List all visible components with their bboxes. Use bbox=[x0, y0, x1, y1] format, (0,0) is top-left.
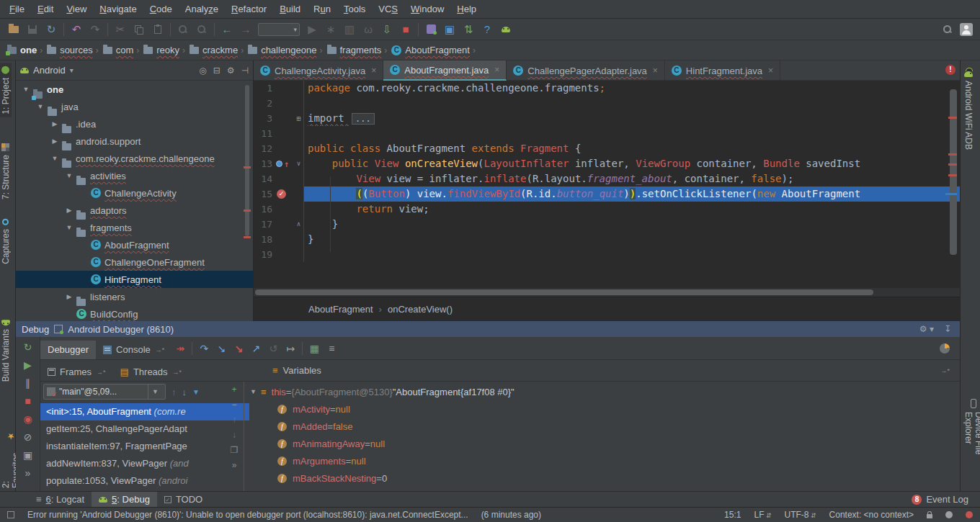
view-breakpoints-icon[interactable]: ◉ bbox=[23, 413, 32, 425]
vertical-scrollbar[interactable] bbox=[950, 89, 957, 255]
sync-gradle-icon[interactable] bbox=[422, 21, 440, 38]
tab-debugger[interactable]: Debugger bbox=[40, 341, 96, 359]
tab-challengepageradapter-java[interactable]: CChallengePagerAdapter.java× bbox=[507, 60, 665, 81]
tab-hintfragment-java[interactable]: CHintFragment.java× bbox=[665, 60, 780, 81]
tree-item-android-support[interactable]: ▶android.support bbox=[16, 132, 253, 150]
event-log-button[interactable]: 8Event Log bbox=[912, 494, 980, 505]
tab-challengeactivity-java[interactable]: CChallengeActivity.java× bbox=[254, 60, 383, 81]
tool-button-android-wifi-adb[interactable]: Android WiFi ADB bbox=[963, 68, 974, 153]
evaluate-expression-icon[interactable]: ▦ bbox=[306, 343, 323, 354]
cut-icon[interactable]: ✂ bbox=[111, 21, 130, 38]
debug-session-tab[interactable]: Android Debugger (8610) bbox=[68, 324, 174, 335]
stack-frame[interactable]: <init>:15, AboutFragment (com.re bbox=[40, 403, 249, 420]
chevron-collapsed-icon[interactable]: ▶ bbox=[65, 293, 74, 300]
search-everywhere-icon[interactable] bbox=[938, 21, 957, 38]
tree-item-aboutfragment[interactable]: CAboutFragment bbox=[16, 236, 253, 253]
tool-tab-5--debug[interactable]: 5: Debug bbox=[92, 492, 157, 508]
tree-item-java[interactable]: ▼java bbox=[16, 98, 253, 115]
breadcrumb-item-challengeone[interactable]: challengeone bbox=[248, 45, 316, 55]
fold-marker[interactable] bbox=[294, 81, 304, 96]
tree-item-hintfragment[interactable]: CHintFragment bbox=[16, 271, 253, 288]
tool-button----structure[interactable]: 7: Structure bbox=[0, 140, 12, 202]
fold-marker[interactable] bbox=[294, 232, 304, 247]
chevron-expanded-icon[interactable]: ▼ bbox=[250, 388, 257, 395]
fold-marker[interactable]: ⊞ bbox=[294, 111, 304, 126]
close-icon[interactable]: × bbox=[494, 65, 499, 75]
tree-item-challengeactivity[interactable]: CChallengeActivity bbox=[16, 184, 253, 202]
hide-frames-icon[interactable]: − bbox=[231, 400, 236, 410]
force-step-into-icon[interactable]: ↘ bbox=[230, 343, 247, 354]
replace-icon[interactable] bbox=[192, 21, 211, 38]
tree-item-activities[interactable]: ▼activities bbox=[16, 167, 253, 184]
fold-marker[interactable] bbox=[294, 202, 304, 217]
forward-icon[interactable]: → bbox=[236, 21, 255, 38]
frame-older-icon[interactable]: ↑ bbox=[172, 387, 177, 397]
lock-icon[interactable] bbox=[927, 514, 932, 518]
line-ending-selector[interactable]: LF ⇵ bbox=[754, 510, 771, 520]
gravatar-icon[interactable] bbox=[945, 511, 953, 518]
menu-view[interactable]: View bbox=[60, 4, 93, 14]
restore-layout-icon[interactable]: →* bbox=[940, 367, 950, 374]
scrollbar-thumb[interactable] bbox=[255, 289, 873, 295]
thread-dropdown[interactable]: "main"@5,09...▼ bbox=[43, 384, 166, 400]
menu-vcs[interactable]: VCS bbox=[372, 4, 404, 14]
avatar[interactable] bbox=[957, 21, 976, 38]
fold-marker[interactable]: ∧ bbox=[294, 217, 304, 232]
layout-inspector-icon[interactable]: ▣ bbox=[440, 21, 459, 38]
menu-help[interactable]: Help bbox=[450, 4, 483, 14]
pause-icon[interactable]: ∥ bbox=[25, 377, 30, 389]
menu-file[interactable]: File bbox=[3, 4, 31, 14]
scroll-to-source-icon[interactable]: ◎ bbox=[199, 66, 206, 76]
status-message[interactable]: Error running 'Android Debugger (8610)':… bbox=[27, 510, 468, 520]
chevron-expanded-icon[interactable]: ▼ bbox=[65, 172, 74, 179]
layout-settings-icon[interactable]: ≡ bbox=[323, 343, 340, 354]
redo-icon[interactable]: ↷ bbox=[86, 21, 104, 38]
tool-button----project[interactable]: 1: Project bbox=[0, 63, 12, 117]
profile-apk-icon[interactable]: ⇅ bbox=[459, 21, 478, 38]
stop-debug-icon[interactable]: ■ bbox=[24, 395, 30, 407]
settings-gear-icon[interactable]: ⚙ ▾ bbox=[919, 324, 934, 334]
menu-analyze[interactable]: Analyze bbox=[179, 4, 225, 14]
help-icon[interactable]: ? bbox=[478, 21, 496, 38]
undo-icon[interactable]: ↶ bbox=[67, 21, 86, 38]
breakpoint-icon[interactable]: ✓ bbox=[277, 189, 286, 199]
profile-icon[interactable]: ▥ bbox=[340, 21, 359, 38]
chevron-collapsed-icon[interactable]: ▶ bbox=[50, 120, 59, 127]
save-all-icon[interactable] bbox=[23, 21, 42, 38]
tool-button-device-file-explorer[interactable]: Device File Explorer bbox=[963, 396, 980, 491]
variable-row[interactable]: fmBackStackNesting = 0 bbox=[244, 469, 960, 487]
chevron-collapsed-icon[interactable]: ▶ bbox=[65, 207, 74, 214]
back-icon[interactable]: ← bbox=[218, 21, 236, 38]
resume-icon[interactable]: ▶ bbox=[24, 359, 32, 371]
hide-panel-icon[interactable]: ⊣ bbox=[241, 66, 249, 76]
chevron-expanded-icon[interactable]: ▼ bbox=[36, 103, 45, 110]
stack-frame[interactable]: getItem:25, ChallengePagerAdapt bbox=[40, 420, 249, 438]
open-folder-icon[interactable] bbox=[4, 21, 23, 38]
install-run-icon[interactable]: ⇩ bbox=[378, 21, 396, 38]
profiler-gauge-icon[interactable] bbox=[940, 343, 950, 354]
step-into-icon[interactable]: ↘ bbox=[213, 343, 230, 354]
encoding-selector[interactable]: UTF-8 ⇵ bbox=[785, 510, 816, 520]
stop-icon[interactable]: ■ bbox=[396, 21, 415, 38]
breadcrumb-item-one[interactable]: one bbox=[7, 45, 37, 55]
project-view-selector[interactable]: Android bbox=[33, 65, 66, 76]
caret-position[interactable]: 15:1 bbox=[724, 510, 741, 520]
variable-row[interactable]: ▼≡this = {AboutFragment@5130} "AboutFrag… bbox=[244, 383, 960, 400]
menu-run[interactable]: Run bbox=[307, 4, 337, 14]
debug-icon[interactable]: ∗ bbox=[321, 21, 340, 38]
context-selector[interactable]: Context: <no context> bbox=[829, 510, 914, 520]
horizontal-scrollbar[interactable] bbox=[254, 288, 960, 297]
stack-frame[interactable]: addNewItem:837, ViewPager (and bbox=[40, 455, 249, 472]
error-indicator-icon[interactable] bbox=[966, 511, 973, 518]
menu-window[interactable]: Window bbox=[404, 4, 450, 14]
breadcrumb-item-aboutfragment[interactable]: CAboutFragment bbox=[391, 45, 470, 55]
tree-item-adaptors[interactable]: ▶adaptors bbox=[16, 202, 253, 219]
menu-edit[interactable]: Edit bbox=[31, 4, 60, 14]
more-icon[interactable]: » bbox=[25, 467, 31, 479]
error-count-badge[interactable]: ! bbox=[945, 65, 956, 75]
chevron-expanded-icon[interactable]: ▼ bbox=[22, 86, 30, 93]
chevron-expanded-icon[interactable]: ▼ bbox=[50, 155, 59, 162]
step-over-icon[interactable]: ↷ bbox=[195, 343, 213, 354]
run-to-cursor-icon[interactable]: ↦ bbox=[282, 343, 299, 354]
run-icon[interactable]: ▶ bbox=[303, 21, 321, 38]
